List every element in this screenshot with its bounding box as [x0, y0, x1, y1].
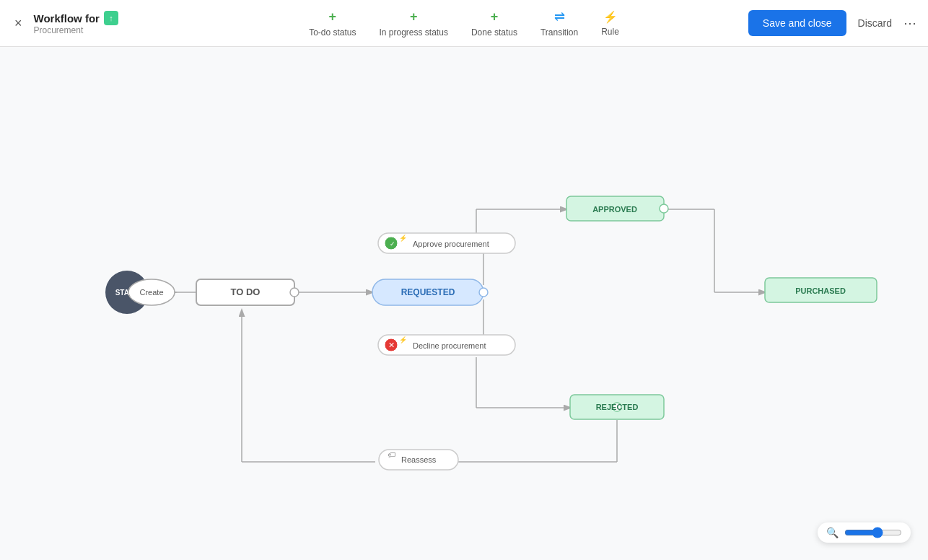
workflow-diagram: START Create TO DO REQUESTED ✓ ⚡ Approve…: [0, 47, 928, 560]
svg-point-20: [290, 288, 299, 297]
rule-icon: ⚡: [603, 10, 618, 24]
toolbar-todo-status[interactable]: + To-do status: [309, 9, 356, 38]
toolbar-rule-label: Rule: [601, 27, 619, 37]
upload-icon: ↑: [104, 11, 118, 25]
workflow-canvas[interactable]: START Create TO DO REQUESTED ✓ ⚡ Approve…: [0, 47, 928, 560]
toolbar-todo-label: To-do status: [309, 27, 356, 38]
toolbar-transition-label: Transition: [540, 27, 578, 38]
save-close-button[interactable]: Save and close: [748, 10, 846, 36]
svg-text:REQUESTED: REQUESTED: [401, 287, 455, 297]
header: × Workflow for ↑ Procurement + To-do sta…: [0, 0, 928, 47]
discard-button[interactable]: Discard: [852, 10, 898, 36]
svg-text:TO DO: TO DO: [231, 286, 261, 297]
zoom-slider[interactable]: [844, 527, 902, 538]
toolbar: + To-do status + In progress status + Do…: [309, 9, 619, 38]
header-right: Save and close Discard ⋯: [748, 10, 916, 36]
svg-text:⚡: ⚡: [399, 336, 408, 344]
toolbar-inprogress-label: In progress status: [380, 27, 448, 38]
svg-text:Reassess: Reassess: [401, 455, 437, 464]
svg-text:REJECTED: REJECTED: [596, 403, 639, 411]
toolbar-done-status[interactable]: + Done status: [471, 9, 517, 38]
svg-point-28: [660, 204, 668, 213]
svg-point-22: [479, 288, 488, 297]
toolbar-rule[interactable]: ⚡ Rule: [601, 10, 619, 37]
plus-icon-inprogress: +: [410, 9, 418, 25]
workflow-name: Workflow for ↑: [34, 11, 118, 25]
toolbar-inprogress-status[interactable]: + In progress status: [380, 9, 448, 38]
workflow-subtitle: Procurement: [34, 25, 118, 35]
more-options-button[interactable]: ⋯: [903, 15, 916, 31]
plus-icon-done: +: [491, 9, 499, 25]
svg-text:⚡: ⚡: [399, 234, 408, 242]
plus-icon-todo: +: [329, 9, 337, 25]
workflow-title: Workflow for ↑ Procurement: [34, 11, 118, 35]
svg-text:✕: ✕: [388, 341, 395, 349]
svg-text:Create: Create: [139, 288, 163, 297]
svg-text:PURCHASED: PURCHASED: [795, 286, 846, 295]
transition-icon: ⇌: [554, 9, 565, 25]
workflow-name-text: Workflow for: [34, 12, 100, 25]
svg-text:✓: ✓: [390, 240, 395, 248]
zoom-control: 🔍: [818, 522, 911, 543]
svg-text:Decline procurement: Decline procurement: [413, 341, 486, 350]
zoom-out-icon: 🔍: [826, 527, 839, 538]
svg-text:🏷: 🏷: [388, 450, 395, 459]
header-left: × Workflow for ↑ Procurement: [12, 11, 170, 35]
svg-text:Approve procurement: Approve procurement: [413, 240, 489, 248]
toolbar-transition[interactable]: ⇌ Transition: [540, 9, 578, 38]
toolbar-done-label: Done status: [471, 27, 517, 38]
close-button[interactable]: ×: [12, 13, 25, 34]
svg-text:APPROVED: APPROVED: [592, 205, 637, 214]
